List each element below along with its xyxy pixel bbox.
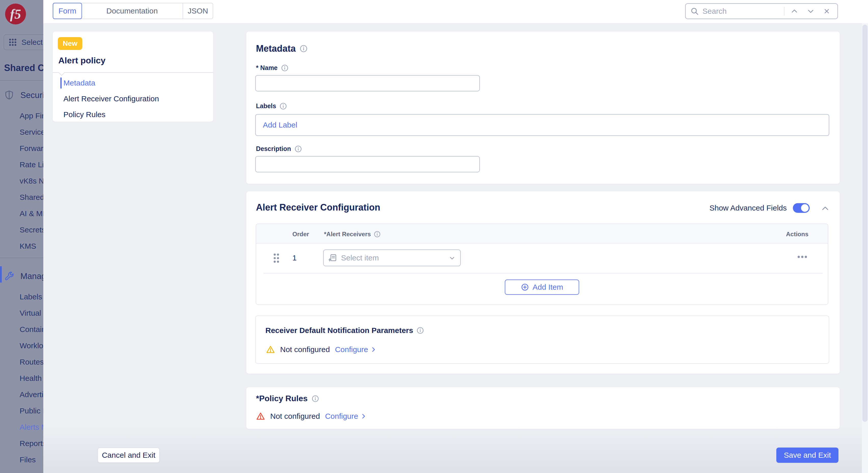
row-actions-menu-icon[interactable] [797,255,808,259]
wizard-divider [53,72,213,73]
info-icon[interactable] [281,64,288,71]
name-label-text: * Name [256,64,278,71]
sidebar-item-routes[interactable]: Routes [20,358,43,366]
search-icon [690,7,699,15]
wizard-nav-alert-receiver-configuration[interactable]: Alert Receiver Configuration [63,94,159,103]
section-collapse-button[interactable] [821,204,830,214]
sidebar-item-kms[interactable]: KMS [20,242,36,251]
sidebar-item-alerts-management[interactable]: Alerts M [20,423,43,432]
error-icon [256,412,265,421]
active-section-indicator [0,266,2,283]
tab-form[interactable]: Form [53,3,82,19]
sidebar-item-shared[interactable]: Shared [20,193,43,201]
add-item-area: Add Item [256,273,828,305]
search-prev-button[interactable] [788,7,801,15]
policy-rules-title: *Policy Rules [256,394,319,403]
chevron-right-icon [370,346,377,353]
configure-link[interactable]: Configure [325,412,367,420]
scrollbar-thumb[interactable] [862,25,867,422]
tab-documentation[interactable]: Documentation [82,3,183,19]
policy-rules-status: Not configured Configure [256,412,367,421]
labels-input-area[interactable]: Add Label [255,114,829,136]
sidebar-item-vk8s[interactable]: vK8s N [20,177,43,185]
configure-link[interactable]: Configure [335,345,377,354]
policy-rules-title-text: *Policy Rules [256,394,308,403]
sidebar-item-virtual[interactable]: Virtual [20,309,41,317]
footer-gradient [43,424,868,473]
sidebar-item-files[interactable]: Files [20,455,36,464]
description-input[interactable] [255,156,480,172]
metadata-title-text: Metadata [256,43,296,54]
sidebar-item-containers[interactable]: Contain [20,325,43,334]
tab-json[interactable]: JSON [183,3,213,19]
labels-field-label: Labels [256,102,287,110]
info-icon[interactable] [300,45,307,53]
sidebar-item-service[interactable]: Service [20,128,43,136]
description-field-label: Description [256,145,302,153]
chevron-right-icon [360,413,367,419]
drag-handle-icon[interactable] [273,253,280,264]
status-text: Not configured [280,345,330,354]
sidebar-item-health[interactable]: Health [20,374,42,383]
search-bar [685,3,838,19]
advanced-fields-toggle[interactable] [793,203,810,213]
wizard-divider-notch [58,69,65,75]
chevron-up-icon [821,204,830,213]
wizard-nav-policy-rules[interactable]: Policy Rules [63,110,105,119]
info-icon[interactable] [312,395,319,402]
sidebar-item-forward[interactable]: Forward [20,144,43,153]
name-input[interactable] [255,75,480,91]
info-icon[interactable] [417,327,424,334]
sidebar-item-rate-limit[interactable]: Rate Li [20,160,43,169]
wizard-nav-metadata[interactable]: Metadata [63,78,95,87]
sidebar-section-security[interactable]: Securi [4,90,43,101]
sidebar-item-secrets[interactable]: Secrets [20,226,43,234]
receiver-title-text: Alert Receiver Configuration [256,202,380,213]
warning-icon [266,345,275,354]
info-icon[interactable] [374,231,380,238]
left-navigation-sidebar: f5 Select Shared C Securi App Fir Servic… [0,0,43,473]
cancel-and-exit-button[interactable]: Cancel and Exit [97,447,160,463]
metadata-section: Metadata * Name Labels Add Label Descrip… [246,32,840,184]
chevron-up-icon [790,7,798,15]
labels-label-text: Labels [256,102,276,110]
namespace-select-label: Select [21,38,42,46]
add-item-label: Add Item [533,283,563,291]
toggle-knob [801,204,809,212]
info-icon[interactable] [280,103,287,110]
sidebar-item-workloads[interactable]: Workloa [20,341,43,350]
close-icon [823,8,830,15]
sidebar-item-public-ip[interactable]: Public I [20,407,43,415]
select-item-icon [328,254,337,262]
sidebar-section-label: Securi [20,90,43,100]
sidebar-divider [0,258,43,258]
search-next-button[interactable] [804,7,817,15]
add-label-button[interactable]: Add Label [263,121,297,129]
sidebar-section-manage[interactable]: Manag [4,271,43,282]
f5-logo[interactable]: f5 [5,4,26,25]
wizard-title: Alert policy [58,56,105,65]
sidebar-item-labels[interactable]: Labels [20,292,42,301]
vertical-scrollbar[interactable] [862,23,868,473]
status-text: Not configured [270,412,320,420]
sidebar-item-app-firewall[interactable]: App Fir [20,112,43,120]
receiver-default-params-status: Not configured Configure [266,345,377,354]
configure-link-text: Configure [335,345,368,354]
f5-logo-text: f5 [10,7,21,22]
receiver-section-title: Alert Receiver Configuration [256,202,380,213]
alert-receiver-select[interactable]: Select item [323,250,461,266]
sidebar-divider [0,80,43,81]
sidebar-item-advertise[interactable]: Adverti [20,390,43,399]
wizard-nav-panel: New Alert policy Metadata Alert Receiver… [53,32,213,122]
column-header-order: Order [292,231,309,238]
wrench-icon [4,271,14,281]
search-close-button[interactable] [820,8,833,15]
save-and-exit-button[interactable]: Save and Exit [776,447,838,463]
add-item-button[interactable]: Add Item [505,280,579,295]
search-input[interactable] [703,7,780,15]
sidebar-item-reports[interactable]: Reports [20,439,43,448]
info-icon[interactable] [295,145,302,153]
select-placeholder: Select item [341,254,444,262]
sidebar-item-ai-ml[interactable]: AI & ML [20,209,43,218]
namespace-select-button[interactable]: Select [4,34,43,50]
